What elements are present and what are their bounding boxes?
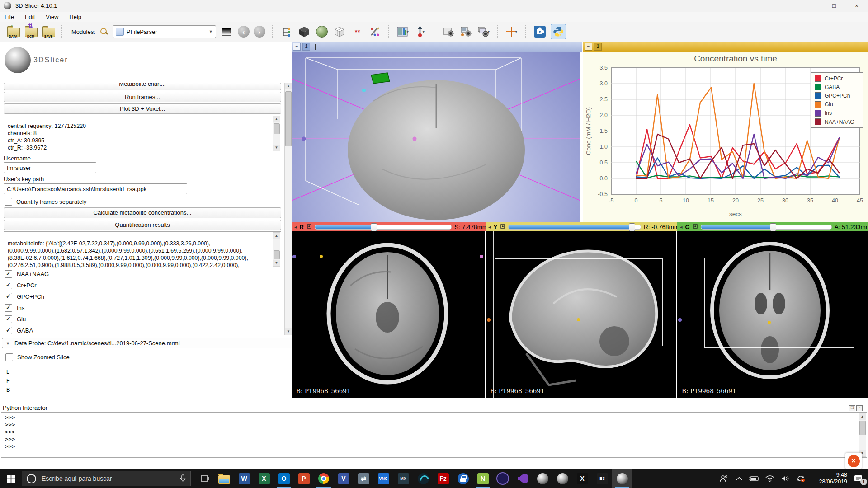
volume-module-icon[interactable] bbox=[297, 25, 311, 38]
python-console[interactable]: >>>>>>>>>>>>>>> ▲▼ bbox=[1, 412, 867, 458]
quantify-frames-checkbox[interactable]: Quantify frames separately bbox=[5, 198, 86, 206]
save-button[interactable]: ↓ SAVE bbox=[42, 25, 55, 38]
taskbar-app-powerpoint[interactable]: P bbox=[294, 469, 314, 488]
slice-offset-slider[interactable] bbox=[701, 225, 832, 230]
slice-offset-slider[interactable] bbox=[508, 225, 641, 230]
module-selector-combobox[interactable]: PFileParser ▼ bbox=[113, 25, 216, 38]
3d-viewport[interactable] bbox=[292, 52, 580, 222]
run-frames-button[interactable]: Run frames... bbox=[4, 92, 281, 102]
forward-button[interactable]: › bbox=[254, 26, 265, 38]
network-indicator[interactable] bbox=[762, 469, 778, 488]
metabolite-checkbox-naa-naag[interactable]: ✓ NAA+NAAG bbox=[5, 270, 49, 278]
capture-scene-view-icon[interactable] bbox=[459, 25, 473, 38]
taskbar-app-slicer-window-2[interactable] bbox=[552, 469, 572, 488]
calculate-concentrations-button[interactable]: Calculate metabolite concentrations... bbox=[4, 207, 281, 218]
transforms-module-icon[interactable] bbox=[333, 25, 346, 38]
taskbar-app-xming[interactable]: X bbox=[572, 469, 592, 488]
python-interactor-toggle[interactable] bbox=[551, 24, 566, 39]
taskbar-app-word[interactable]: W bbox=[234, 469, 254, 488]
back-button[interactable]: ‹ bbox=[238, 26, 250, 38]
slider-handle[interactable] bbox=[371, 223, 377, 231]
microphone-icon[interactable] bbox=[180, 474, 186, 483]
slice-viewport-red-axial[interactable]: B: P19968_56691 bbox=[292, 231, 485, 398]
pin-icon[interactable] bbox=[307, 224, 312, 230]
info-scrollbar[interactable]: ▲▼ bbox=[273, 116, 280, 151]
fiducials-icon[interactable]: * * bbox=[350, 25, 364, 38]
taskbar-app-visual-studio[interactable] bbox=[513, 469, 533, 488]
taskbar-app-b3-app[interactable]: B3 bbox=[592, 469, 612, 488]
metabolite-checkbox-gpc-pch[interactable]: ✓ GPC+PCh bbox=[5, 293, 44, 300]
slider-handle[interactable] bbox=[770, 223, 776, 231]
taskbar-app-notepad-plus-plus[interactable]: N bbox=[473, 469, 493, 488]
taskbar-app-excel[interactable]: X bbox=[254, 469, 274, 488]
slice-offset-slider[interactable] bbox=[315, 225, 452, 230]
taskbar-clock[interactable]: 9:48 28/06/2019 bbox=[808, 472, 849, 485]
taskbar-app-filezilla[interactable]: Fz bbox=[433, 469, 453, 488]
undock-panel-icon[interactable]: ❏ bbox=[849, 405, 855, 411]
maximize-button[interactable]: □ bbox=[824, 0, 844, 12]
chart-view-collapse-button[interactable]: − bbox=[585, 43, 592, 51]
quantification-results-button[interactable]: Quantification results bbox=[4, 220, 281, 230]
slice-viewport-yellow-sagittal[interactable]: B: P19968_56691 bbox=[486, 231, 676, 398]
metabolite-checkbox-gaba[interactable]: ✓ GABA bbox=[5, 327, 33, 334]
metabolite-info-textarea[interactable]: metaboliteInfo: {'Ala':[(2.42E-02,7.22,0… bbox=[4, 231, 281, 267]
module-search-icon[interactable] bbox=[99, 27, 108, 36]
subject-hierarchy-icon[interactable] bbox=[280, 25, 293, 38]
layout-selector-icon[interactable]: ▾ bbox=[396, 25, 410, 38]
plot-3d-voxel-button[interactable]: Plot 3D + Voxel... bbox=[4, 103, 281, 114]
metabolite-checkbox-cr-pcr[interactable]: ✓ Cr+PCr bbox=[5, 282, 37, 289]
tray-expand-button[interactable] bbox=[731, 469, 747, 488]
pin-icon[interactable] bbox=[500, 224, 505, 230]
3d-view-collapse-button[interactable]: − bbox=[293, 43, 301, 51]
pin-icon[interactable] bbox=[693, 224, 698, 230]
show-zoomed-slice-checkbox[interactable]: Show Zoomed Slice bbox=[5, 353, 70, 361]
taskbar-app-vnc-viewer[interactable]: VNC bbox=[373, 469, 393, 488]
taskbar-app-slicer-current[interactable] bbox=[612, 469, 632, 488]
load-data-button[interactable]: ↑ DATA bbox=[6, 25, 20, 38]
taskbar-app-mplab-x-ide[interactable]: MX bbox=[393, 469, 413, 488]
module-history-button[interactable]: ▾ bbox=[220, 25, 234, 38]
volume-indicator[interactable] bbox=[778, 469, 793, 488]
taskbar-app-file-explorer[interactable] bbox=[214, 469, 234, 488]
annotations-icon[interactable] bbox=[368, 25, 382, 38]
taskbar-app-remote-connection[interactable]: ⇄ bbox=[354, 469, 373, 488]
close-panel-icon[interactable]: × bbox=[856, 405, 863, 411]
crosshair-icon[interactable]: ▾ bbox=[505, 25, 519, 38]
header-info-textarea[interactable]: centralFrequency: 1277125220channels: 8c… bbox=[4, 115, 281, 152]
slider-handle[interactable] bbox=[629, 223, 635, 231]
mouse-mode-icon[interactable]: ▾ bbox=[414, 25, 427, 38]
people-button[interactable] bbox=[716, 469, 731, 488]
start-button[interactable] bbox=[0, 469, 22, 488]
menu-item-edit[interactable]: Edit bbox=[25, 14, 35, 20]
taskbar-app-slicer-window-1[interactable] bbox=[533, 469, 552, 488]
taskbar-app-password-lock-app[interactable] bbox=[453, 469, 473, 488]
battery-indicator[interactable] bbox=[747, 469, 762, 488]
scene-views-icon[interactable]: ▾ bbox=[477, 25, 491, 38]
keypath-input[interactable]: C:\Users\FranciscoMarcano\.ssh\fmrsiuser… bbox=[4, 183, 187, 194]
sync-status-indicator[interactable]: × bbox=[793, 469, 808, 488]
models-module-icon[interactable] bbox=[315, 25, 329, 38]
taskbar-app-eclipse[interactable] bbox=[493, 469, 513, 488]
username-input[interactable]: fmrsiuser bbox=[4, 162, 96, 173]
menu-item-file[interactable]: File bbox=[5, 14, 14, 20]
close-button[interactable]: × bbox=[846, 0, 867, 12]
action-center-button[interactable]: 1 bbox=[849, 469, 868, 488]
task-view-button[interactable] bbox=[194, 469, 214, 488]
metabolite-chart-button[interactable]: Metabolite chart... bbox=[4, 83, 281, 90]
extensions-manager-icon[interactable] bbox=[533, 25, 547, 38]
notification-close[interactable]: × bbox=[845, 453, 862, 469]
capture-screenshot-icon[interactable] bbox=[442, 25, 455, 38]
menu-item-view[interactable]: View bbox=[46, 14, 58, 20]
taskbar-search-input[interactable]: Escribe aquí para buscar bbox=[22, 471, 191, 486]
load-dicom-button[interactable]: ⇅ DCM bbox=[24, 25, 38, 38]
metabolite-info-scrollbar[interactable]: ▲▼ bbox=[273, 232, 280, 267]
taskbar-app-chrome[interactable] bbox=[314, 469, 334, 488]
menu-item-help[interactable]: Help bbox=[69, 14, 81, 20]
taskbar-app-visio[interactable]: V bbox=[334, 469, 354, 488]
metabolite-checkbox-ins[interactable]: ✓ Ins bbox=[5, 304, 24, 312]
minimize-button[interactable]: – bbox=[801, 0, 822, 12]
taskbar-app-outlook[interactable]: O bbox=[274, 469, 294, 488]
data-probe-header[interactable]: ▼ Data Probe: C:/dev/1.namic/scenes/ti..… bbox=[2, 338, 293, 348]
console-scrollbar[interactable]: ▲▼ bbox=[859, 413, 866, 457]
taskbar-app-wireshark[interactable] bbox=[413, 469, 433, 488]
